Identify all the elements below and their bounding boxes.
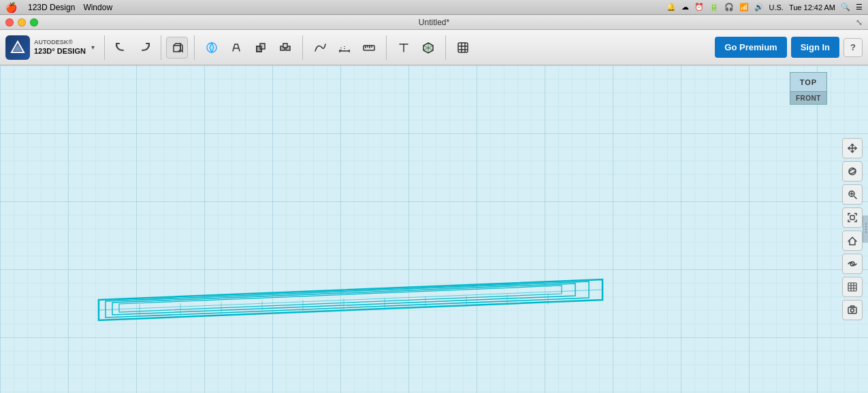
ruler-button[interactable] (358, 37, 380, 58)
menubar-app-name[interactable]: 123D Design (28, 3, 75, 12)
minimize-window-button[interactable] (18, 18, 26, 27)
sep-4 (302, 35, 303, 60)
sep-5 (386, 35, 387, 60)
view-cube-top[interactable]: TOP (790, 72, 827, 91)
grid-background (0, 65, 868, 393)
text-button[interactable] (393, 37, 415, 58)
svg-rect-11 (458, 43, 468, 52)
app-logo[interactable]: AUTODESK® 123D° DESIGN ▾ (5, 35, 95, 60)
redo-button[interactable] (134, 37, 156, 58)
menubar: 🍎 123D Design Window 🔔 ☁ ⏰ 🔋 🎧 📶 🔊 U.S. … (0, 0, 868, 15)
undo-button[interactable] (110, 37, 131, 58)
measure-button[interactable] (334, 37, 355, 58)
fit-button[interactable] (842, 207, 863, 228)
window-title: Untitled* (419, 18, 449, 27)
sep-2 (161, 35, 161, 60)
brand-name: AUTODESK® (34, 39, 86, 47)
volume-icon: 🔊 (754, 3, 764, 12)
orbit-button[interactable] (842, 161, 863, 182)
wifi-icon: 📶 (739, 3, 749, 12)
menubar-right: 🔔 ☁ ⏰ 🔋 🎧 📶 🔊 U.S. Tue 12:42 AM 🔍 ☰ (666, 3, 863, 12)
right-toolbar (842, 138, 863, 320)
battery-icon: 🔋 (709, 3, 719, 12)
view-cube[interactable]: TOP FRONT (790, 72, 827, 120)
sign-in-button[interactable]: Sign In (791, 37, 839, 58)
svg-rect-19 (848, 283, 856, 291)
headphone-icon: 🎧 (724, 3, 734, 12)
titlebar: Untitled* ⤡ (0, 15, 868, 30)
mesh-button[interactable] (452, 37, 474, 58)
close-window-button[interactable] (5, 18, 14, 27)
logo-text: AUTODESK® 123D° DESIGN (34, 39, 86, 56)
sep-1 (104, 35, 105, 60)
menu-icon[interactable]: ☰ (856, 3, 863, 12)
window-controls (5, 18, 38, 27)
sep-3 (194, 35, 195, 60)
home-button[interactable] (842, 230, 863, 251)
group-button[interactable] (274, 37, 296, 58)
canvas-area[interactable]: TOP FRONT (0, 65, 868, 393)
resize-icon[interactable]: ⤡ (856, 18, 863, 27)
zoom-button[interactable] (842, 184, 863, 205)
main-toolbar: AUTODESK® 123D° DESIGN ▾ (0, 30, 868, 65)
help-button[interactable]: ? (843, 38, 863, 57)
view-cube-front[interactable]: FRONT (790, 91, 827, 105)
svg-rect-13 (0, 65, 868, 393)
locale-label: U.S. (769, 3, 784, 12)
logo-dropdown[interactable]: ▾ (91, 44, 95, 51)
clock-label: Tue 12:42 AM (789, 3, 835, 12)
svg-rect-9 (283, 44, 287, 48)
maximize-window-button[interactable] (30, 18, 38, 27)
tools-group (165, 35, 475, 60)
sketch-button[interactable] (201, 37, 223, 58)
right-panel-handle[interactable] (863, 216, 868, 243)
apple-menu[interactable]: 🍎 (5, 2, 17, 13)
clock-icon: ⏰ (694, 3, 704, 12)
sep-6 (445, 35, 446, 60)
construct-button[interactable] (250, 37, 272, 58)
svg-rect-17 (850, 216, 854, 220)
cloud-icon: ☁ (681, 3, 689, 12)
grid-button[interactable] (842, 277, 863, 297)
screenshot-button[interactable] (842, 300, 863, 320)
product-name: 123D° DESIGN (34, 46, 86, 56)
undo-redo-group (109, 37, 157, 58)
search-icon[interactable]: 🔍 (841, 3, 850, 12)
logo-icon (5, 35, 30, 60)
primitives-button[interactable] (166, 37, 188, 58)
spline-button[interactable] (309, 37, 331, 58)
material-button[interactable] (417, 37, 439, 58)
view-button[interactable] (842, 254, 863, 274)
notification-bell: 🔔 (666, 3, 676, 12)
svg-point-21 (851, 309, 854, 312)
pan-button[interactable] (842, 138, 863, 158)
go-premium-button[interactable]: Go Premium (715, 37, 786, 58)
modify-button[interactable] (225, 37, 247, 58)
menubar-window[interactable]: Window (83, 3, 112, 12)
